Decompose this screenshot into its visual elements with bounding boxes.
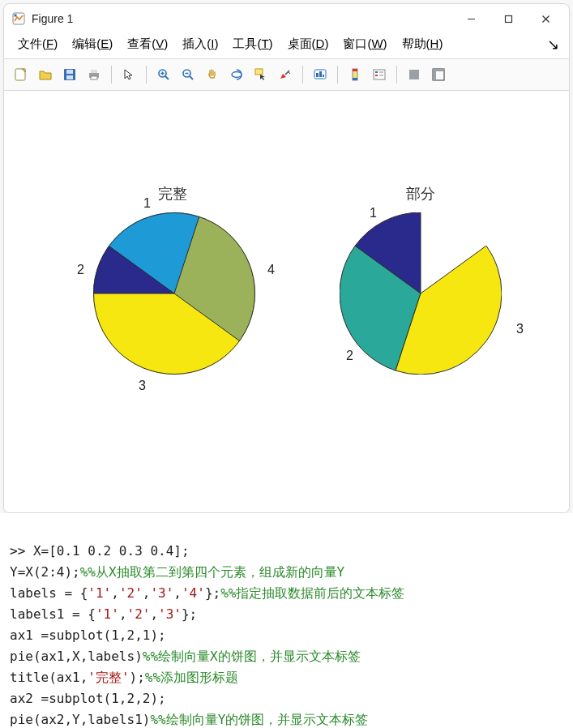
chart-title: 完整	[158, 184, 187, 203]
rotate3d-button[interactable]	[225, 63, 248, 86]
slice-label: 2	[77, 263, 84, 277]
toolbar-separator	[337, 66, 338, 84]
zoom-in-button[interactable]	[152, 63, 175, 86]
slice-label: 3	[516, 322, 524, 336]
slice-label: 4	[267, 263, 275, 277]
show-plot-tools-button[interactable]	[427, 63, 450, 86]
svg-rect-9	[66, 75, 73, 79]
data-cursor-button[interactable]	[250, 63, 272, 86]
pie-chart-partial: 部分 1 2 3	[340, 212, 502, 375]
open-button[interactable]	[34, 63, 57, 86]
svg-rect-26	[323, 75, 324, 77]
code-line: ax2 =subplot(1,2,2);	[10, 691, 166, 706]
svg-rect-11	[91, 70, 97, 73]
command-window[interactable]: >> X=[0.1 0.2 0.3 0.4]; Y=X(2:4);%%从X抽取第…	[0, 513, 573, 728]
pointer-button[interactable]	[118, 63, 140, 86]
code-line: pie(ax1,X,labels)%%绘制向量X的饼图，并显示文本标签	[10, 649, 361, 664]
svg-rect-25	[319, 71, 322, 77]
pie-body[interactable]	[93, 212, 255, 375]
figure-canvas: 完整 1 2 3 4 部分	[4, 91, 569, 512]
code-line: labels1 = {'1','2','3'};	[10, 606, 197, 622]
toolbar-overflow-icon[interactable]: ↘	[547, 37, 562, 52]
svg-rect-24	[316, 73, 319, 77]
code-line: pie(ax2,Y,labels1)%%绘制向量Y的饼图，并显示文本标签	[10, 712, 368, 727]
svg-rect-3	[505, 15, 511, 22]
menu-edit[interactable]: 编辑(E)	[65, 35, 120, 54]
svg-rect-28	[353, 69, 357, 71]
toolbar-separator	[146, 66, 147, 84]
maximize-button[interactable]	[490, 6, 527, 32]
svg-rect-1	[15, 15, 17, 17]
toolbar	[4, 58, 569, 91]
figure-window: Figure 1 文件(F) 编辑(E) 查看(V) 插入(I) 工具(T) 桌…	[3, 3, 570, 513]
code-line: >> X=[0.1 0.2 0.3 0.4];	[10, 543, 190, 559]
svg-line-14	[165, 76, 169, 79]
close-button[interactable]	[527, 6, 564, 32]
insert-legend-button[interactable]	[368, 63, 391, 86]
slice-label: 1	[370, 206, 377, 221]
app-icon	[12, 12, 25, 25]
svg-rect-12	[91, 76, 97, 79]
new-figure-button[interactable]	[10, 63, 32, 86]
menu-insert[interactable]: 插入(I)	[175, 35, 225, 54]
link-data-button[interactable]	[309, 63, 331, 86]
minimize-button[interactable]	[452, 6, 490, 32]
svg-line-42	[174, 293, 240, 341]
menu-tools[interactable]: 工具(T)	[225, 35, 280, 54]
pan-button[interactable]	[201, 63, 224, 86]
menu-help[interactable]: 帮助(H)	[395, 35, 451, 54]
svg-rect-8	[66, 70, 73, 74]
svg-line-40	[109, 246, 174, 293]
print-button[interactable]	[83, 63, 105, 86]
svg-rect-35	[409, 70, 419, 79]
slice-label: 3	[139, 379, 146, 393]
code-line: title(ax1,'完整');%%添加图形标题	[10, 670, 238, 685]
slice-label: 2	[346, 349, 353, 363]
svg-line-41	[174, 216, 199, 293]
svg-rect-38	[433, 69, 444, 71]
hide-plot-tools-button[interactable]	[403, 63, 425, 86]
brush-button[interactable]	[274, 63, 297, 86]
menu-desktop[interactable]: 桌面(D)	[280, 35, 336, 54]
code-line: labels = {'1','2','3','4'};%%指定抽取数据前后的文本…	[10, 585, 404, 601]
svg-point-20	[232, 72, 242, 78]
toolbar-separator	[111, 66, 112, 84]
toolbar-separator	[396, 66, 397, 84]
toolbar-separator	[302, 66, 303, 84]
insert-colorbar-button[interactable]	[344, 63, 366, 86]
code-line: Y=X(2:4);%%从X抽取第二到第四个元素，组成新的向量Y	[10, 564, 344, 580]
menubar: 文件(F) 编辑(E) 查看(V) 插入(I) 工具(T) 桌面(D) 窗口(W…	[4, 33, 569, 58]
svg-rect-21	[255, 69, 263, 75]
window-title: Figure 1	[32, 12, 73, 25]
svg-rect-29	[353, 78, 357, 80]
slice-label: 1	[143, 196, 151, 211]
titlebar: Figure 1	[4, 4, 569, 33]
save-button[interactable]	[58, 63, 81, 86]
pie-chart-full: 完整 1 2 3 4	[93, 212, 255, 375]
menu-view[interactable]: 查看(V)	[120, 35, 175, 54]
svg-line-18	[190, 76, 193, 79]
zoom-out-button[interactable]	[177, 63, 199, 86]
menu-file[interactable]: 文件(F)	[11, 35, 65, 54]
pie-body[interactable]	[340, 212, 502, 375]
code-line: ax1 =subplot(1,2,1);	[10, 627, 166, 643]
menu-window[interactable]: 窗口(W)	[336, 35, 394, 54]
chart-title: 部分	[406, 184, 435, 203]
